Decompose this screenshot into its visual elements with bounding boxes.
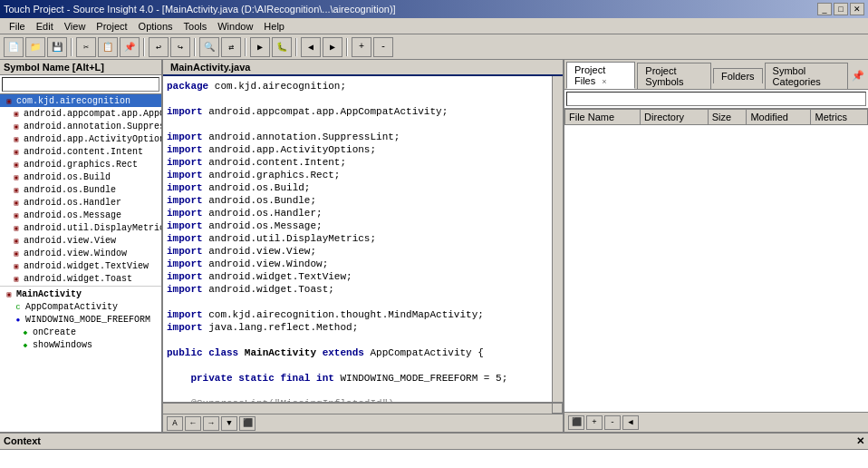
right-panel: Project Files × Project Symbols Folders … xyxy=(564,60,868,432)
toolbar-sep6 xyxy=(346,38,348,56)
list-item[interactable]: ▣ android.app.ActivityOptions xyxy=(0,132,161,145)
panel-toolbar-btn4[interactable]: ◀ xyxy=(622,415,639,430)
panel-toolbar-btn2[interactable]: + xyxy=(586,415,603,430)
menu-help[interactable]: Help xyxy=(258,20,290,33)
list-item[interactable]: ▣ android.view.View xyxy=(0,234,161,247)
list-item[interactable]: ▣ com.kjd.airecognition xyxy=(0,94,161,107)
class-icon: ▣ xyxy=(11,121,22,132)
list-item[interactable]: ▣ android.os.Handler xyxy=(0,196,161,209)
tab-project-files[interactable]: Project Files × xyxy=(566,62,635,89)
panel-content: File Name Directory Size Modified Metric… xyxy=(564,90,868,412)
col-filename[interactable]: File Name xyxy=(565,110,641,125)
symbol-list: ▣ com.kjd.airecognition ▣ android.appcom… xyxy=(0,94,161,432)
symbol-panel-title: Symbol Name [Alt+L] xyxy=(0,60,161,75)
menu-window[interactable]: Window xyxy=(212,20,258,33)
class-icon: ▣ xyxy=(11,171,22,182)
list-item[interactable]: ▣ android.appcompat.app.AppCompatAc... xyxy=(0,107,161,120)
editor-scrollbar-v[interactable] xyxy=(552,76,563,402)
toolbar-open[interactable]: 📁 xyxy=(25,37,45,57)
editor-btn4[interactable]: ▼ xyxy=(221,416,237,431)
class-icon: ▣ xyxy=(4,95,14,106)
toolbar-paste[interactable]: 📌 xyxy=(120,37,140,57)
editor-btn3[interactable]: → xyxy=(203,416,219,431)
symbol-search-input[interactable] xyxy=(2,77,159,92)
list-item[interactable]: ▣ android.os.Build xyxy=(0,171,161,183)
col-directory[interactable]: Directory xyxy=(641,110,709,125)
toolbar-build[interactable]: ▶ xyxy=(250,37,270,57)
list-item[interactable]: ▣ android.os.Message xyxy=(0,209,161,221)
menu-options[interactable]: Options xyxy=(133,20,178,33)
toolbar-sep3 xyxy=(194,38,196,56)
class-icon: ▣ xyxy=(11,184,22,195)
context-close-icon[interactable]: ✕ xyxy=(856,435,864,447)
tab-project-symbols[interactable]: Project Symbols xyxy=(637,63,711,89)
list-item[interactable]: ▣ android.content.Intent xyxy=(0,145,161,158)
list-item[interactable]: ▣ android.annotation.SuppressLint xyxy=(0,120,161,132)
toolbar-zoom-out[interactable]: - xyxy=(373,37,393,57)
list-item[interactable]: ▣ android.widget.Toast xyxy=(0,272,161,285)
menu-project[interactable]: Project xyxy=(91,20,132,33)
col-metrics[interactable]: Metrics xyxy=(811,110,868,125)
class-icon: ▣ xyxy=(11,146,22,157)
toolbar-save[interactable]: 💾 xyxy=(47,37,67,57)
toolbar-debug[interactable]: 🐛 xyxy=(272,37,292,57)
class-icon: ▣ xyxy=(11,222,22,233)
list-item[interactable]: ▣ android.util.DisplayMetrics xyxy=(0,221,161,234)
class-icon: ▣ xyxy=(11,197,22,208)
toolbar-zoom-in[interactable]: + xyxy=(352,37,371,57)
toolbar-forward[interactable]: ▶ xyxy=(323,37,342,57)
menu-file[interactable]: File xyxy=(4,20,31,33)
menu-edit[interactable]: Edit xyxy=(31,20,59,33)
list-item[interactable]: ▣ android.os.Bundle xyxy=(0,183,161,196)
right-panel-toolbar: ⬛ + - ◀ xyxy=(564,412,868,432)
panel-toolbar-btn1[interactable]: ⬛ xyxy=(568,415,584,430)
context-title-text: Context xyxy=(4,435,41,447)
editor-btn1[interactable]: A xyxy=(167,416,183,431)
tab-folders[interactable]: Folders xyxy=(713,68,763,83)
editor-scroll-area: package com.kjd.airecognition; import an… xyxy=(163,76,563,402)
code-editor[interactable]: package com.kjd.airecognition; import an… xyxy=(163,76,552,402)
list-item[interactable]: C AppCompatActivity xyxy=(0,300,161,313)
toolbar-cut[interactable]: ✂ xyxy=(76,37,96,57)
col-size[interactable]: Size xyxy=(708,110,747,125)
panel-tabs: Project Files × Project Symbols Folders … xyxy=(564,60,868,90)
editor-panel: MainActivity.java package com.kjd.aireco… xyxy=(163,60,564,432)
tab-symbol-categories[interactable]: Symbol Categories xyxy=(765,63,848,89)
list-item[interactable]: ◆ onCreate xyxy=(0,326,161,338)
title-bar: Touch Project - Source Insight 4.0 - [Ma… xyxy=(0,0,868,18)
editor-scrollbar-h[interactable] xyxy=(163,403,552,414)
toolbar-back[interactable]: ◀ xyxy=(301,37,321,57)
table-header-row: File Name Directory Size Modified Metric… xyxy=(565,110,868,125)
close-button[interactable]: ✕ xyxy=(850,3,864,15)
toolbar: 📄 📁 💾 ✂ 📋 📌 ↩ ↪ 🔍 ⇄ ▶ 🐛 ◀ ▶ + - xyxy=(0,34,868,60)
title-bar-buttons: _ □ ✕ xyxy=(817,3,864,15)
toolbar-search[interactable]: 🔍 xyxy=(199,37,219,57)
list-item[interactable]: ▣ android.graphics.Rect xyxy=(0,158,161,171)
main-container: Symbol Name [Alt+L] ▣ com.kjd.airecognit… xyxy=(0,60,868,432)
panel-pin-button[interactable]: 📌 xyxy=(850,68,866,83)
menu-view[interactable]: View xyxy=(59,20,92,33)
maximize-button[interactable]: □ xyxy=(834,3,848,15)
editor-btn2[interactable]: ← xyxy=(185,416,201,431)
context-panel-title: Context ✕ xyxy=(0,434,868,450)
method-icon: ◆ xyxy=(20,327,31,337)
list-item[interactable]: ▣ android.view.Window xyxy=(0,247,161,259)
panel-toolbar-btn3[interactable]: - xyxy=(604,415,621,430)
toolbar-copy[interactable]: 📋 xyxy=(98,37,118,57)
toolbar-new[interactable]: 📄 xyxy=(4,37,24,57)
tab-close-project-files[interactable]: × xyxy=(602,77,606,86)
list-item[interactable]: ▣ android.widget.TextView xyxy=(0,259,161,272)
list-item[interactable]: ▣ MainActivity xyxy=(0,288,161,300)
toolbar-undo[interactable]: ↩ xyxy=(149,37,169,57)
file-search-input[interactable] xyxy=(566,92,866,106)
toolbar-replace[interactable]: ⇄ xyxy=(221,37,241,57)
editor-btn5[interactable]: ⬛ xyxy=(239,416,256,431)
class-icon: ▣ xyxy=(11,133,22,144)
col-modified[interactable]: Modified xyxy=(747,110,811,125)
list-item[interactable]: ◆ showWindows xyxy=(0,338,161,351)
toolbar-redo[interactable]: ↪ xyxy=(170,37,190,57)
menu-tools[interactable]: Tools xyxy=(178,20,213,33)
file-table: File Name Directory Size Modified Metric… xyxy=(564,109,868,125)
minimize-button[interactable]: _ xyxy=(817,3,832,15)
list-item[interactable]: ● WINDOWING_MODE_FREEFORM xyxy=(0,313,161,326)
